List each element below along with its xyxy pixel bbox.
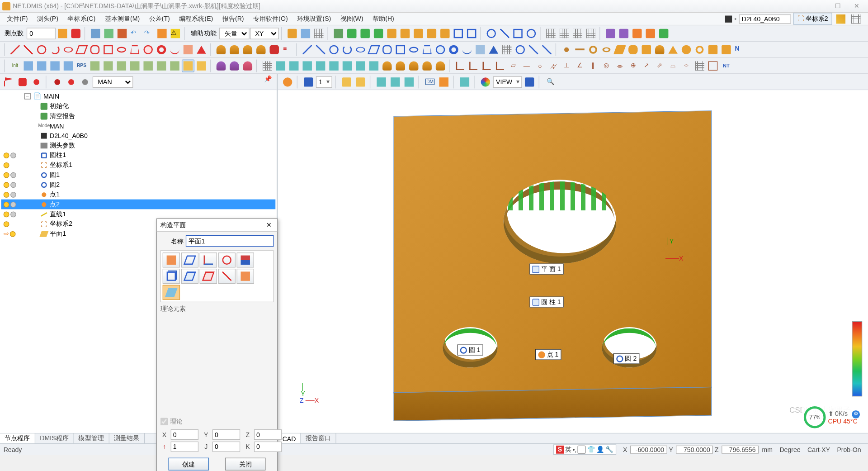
dialog-close-button[interactable]: ✕ [264, 221, 274, 229]
vp-rep-icon[interactable] [438, 76, 450, 88]
tool-run-icon[interactable] [89, 27, 102, 39]
tol-s8-icon[interactable] [368, 59, 380, 72]
tool-cs-icon[interactable] [299, 27, 312, 39]
tol-s6-icon[interactable] [341, 59, 354, 72]
input-i[interactable] [171, 442, 198, 452]
menu-report[interactable]: 报告(R) [218, 13, 249, 24]
snap-point-icon[interactable] [485, 27, 498, 39]
tol-s4-icon[interactable] [314, 59, 327, 72]
cs-321-icon[interactable] [49, 59, 61, 72]
meas-point-icon[interactable] [9, 43, 21, 56]
feat-filter4-icon[interactable] [644, 27, 657, 39]
cons-pattern-icon[interactable] [500, 43, 513, 56]
label-cyl1[interactable]: 圆 柱 1 [529, 296, 564, 307]
tool-redo-icon[interactable]: ↷ [142, 27, 155, 39]
cons-circle-icon[interactable] [327, 43, 340, 56]
tree-root[interactable]: −📄MAIN [1, 91, 276, 101]
cpu-settings-icon[interactable]: ⚙ [852, 410, 860, 418]
menu-measure[interactable]: 基本测量(M) [100, 13, 144, 24]
gdt-sym-icon[interactable]: ⌯ [613, 59, 626, 72]
view-top-icon[interactable] [385, 27, 398, 39]
solid-pt-icon[interactable] [560, 43, 573, 56]
cons-slot-icon[interactable] [381, 43, 393, 56]
win-split1-icon[interactable] [544, 27, 557, 39]
label-circ2[interactable]: 圆 2 [613, 353, 640, 364]
ime-box[interactable]: S 英 •, 👕 👤 🔧 [553, 444, 617, 455]
tol-s7-icon[interactable] [354, 59, 367, 72]
gdt-profs-icon[interactable]: ⌔ [680, 59, 693, 72]
tol-s1-icon[interactable] [274, 59, 287, 72]
cs-active-icon[interactable] [182, 59, 194, 72]
view-zoom-fit-icon[interactable] [332, 27, 345, 39]
cons-int-icon[interactable] [514, 43, 527, 56]
cs-trans-icon[interactable] [89, 59, 101, 72]
gdt-ang-icon[interactable] [480, 59, 493, 72]
cs-lock-icon[interactable] [195, 59, 208, 72]
meas-slot-icon[interactable] [89, 43, 101, 56]
cs-iter-icon[interactable] [142, 59, 155, 72]
tree-item-6[interactable]: ⛶坐标系1 [1, 160, 276, 170]
vp-label-icon[interactable] [458, 76, 471, 88]
tool-auto-icon[interactable] [70, 27, 82, 39]
view-iso-icon[interactable] [425, 27, 438, 39]
gdt-straight-icon[interactable]: — [520, 59, 533, 72]
cons-point-icon[interactable] [301, 43, 314, 56]
vp-view-select[interactable]: VIEW [493, 76, 522, 88]
solid-plane-icon[interactable] [613, 43, 626, 56]
cons-arc-icon[interactable] [341, 43, 354, 56]
mode-tangent-icon[interactable] [218, 252, 236, 267]
vp-dm-icon[interactable]: DM [424, 76, 436, 88]
tab-report[interactable]: 报告窗口 [301, 433, 336, 443]
gdt-cyl-icon[interactable]: ⌭ [547, 59, 560, 72]
view-front-icon[interactable] [399, 27, 411, 39]
tool-wand-icon[interactable] [56, 27, 69, 39]
meas-sphere-icon[interactable] [142, 43, 155, 56]
cs-rot-icon[interactable] [102, 59, 114, 72]
tool-undo-icon[interactable]: ↶ [129, 27, 142, 39]
gdt-ang2-icon[interactable]: ∠ [573, 59, 586, 72]
snap-edge-icon[interactable] [498, 27, 511, 39]
cad-eq-icon[interactable]: ≡ [281, 43, 294, 56]
tol-o3-icon[interactable] [407, 59, 420, 72]
cs-selector-button[interactable]: ⛶ 坐标系2 [793, 13, 832, 25]
tol-s3-icon[interactable] [301, 59, 314, 72]
close-button2[interactable]: 关闭 [225, 458, 266, 471]
vp-refresh-icon[interactable] [281, 76, 294, 88]
ime-kbd-icon[interactable] [578, 445, 586, 453]
solid-box-icon[interactable] [640, 43, 653, 56]
input-x[interactable] [171, 429, 198, 440]
tree-item-4[interactable]: 测头参数 [1, 140, 276, 150]
meas-cone2-icon[interactable] [195, 43, 208, 56]
view-wire-icon[interactable] [452, 27, 465, 39]
step-icon[interactable] [79, 76, 91, 88]
tab-node-program[interactable]: 节点程序 [0, 433, 35, 443]
meas-curve-icon[interactable] [168, 43, 181, 56]
cs-recall-icon[interactable] [128, 59, 141, 72]
feat-filter5-icon[interactable] [657, 27, 670, 39]
cs-del-icon[interactable] [155, 59, 168, 72]
ime-shirt-icon[interactable]: 👕 [587, 445, 595, 453]
vp-zoom-icon[interactable]: 🔍 [544, 76, 557, 88]
mode-offset-icon[interactable] [181, 252, 198, 267]
solid-surf2-icon[interactable] [720, 43, 732, 56]
tool-home-icon[interactable] [156, 27, 168, 39]
gdt-round-icon[interactable]: ○ [533, 59, 546, 72]
db-cyl2-icon[interactable] [228, 59, 241, 72]
tol-o5-icon[interactable] [434, 59, 447, 72]
gdt-note-icon[interactable]: NT [720, 59, 732, 72]
tree-item-10[interactable]: 点2 [1, 200, 276, 209]
tab-dmis-program[interactable]: DMIS程序 [35, 433, 74, 443]
unit-mm[interactable]: mm [759, 446, 776, 452]
element-list[interactable] [160, 315, 274, 414]
view-pan-icon[interactable] [359, 27, 372, 39]
menu-file[interactable]: 文件(F) [2, 13, 33, 24]
meas-cone-icon[interactable] [128, 43, 141, 56]
gdt-runout-icon[interactable]: ↗ [640, 59, 653, 72]
menu-addon[interactable]: 专用软件(O) [249, 13, 292, 24]
mode-through-icon[interactable] [181, 269, 198, 284]
tree-item-8[interactable]: 圆2 [1, 180, 276, 190]
tol-o4-icon[interactable] [421, 59, 434, 72]
cons-sphere-icon[interactable] [434, 43, 447, 56]
menu-help[interactable]: 帮助(H) [368, 13, 399, 24]
tool-cube1-icon[interactable] [116, 27, 128, 39]
